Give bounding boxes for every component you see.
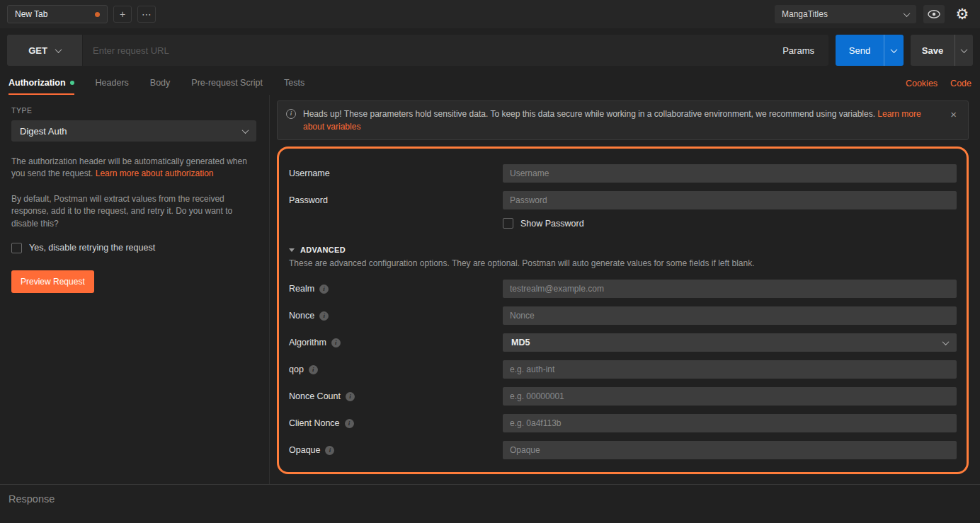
topbar: New Tab + ⋯ MangaTitles ⚙ [0,0,980,28]
password-input[interactable] [503,191,957,209]
opaque-label: Opaque i [289,445,503,455]
advanced-section-toggle[interactable]: ADVANCED [289,246,957,254]
tab-tests[interactable]: Tests [284,72,304,95]
chevron-down-icon [904,10,911,17]
chevron-down-icon [961,46,968,53]
cookies-link[interactable]: Cookies [906,79,938,88]
url-field-wrap: Params [83,35,828,66]
password-row: Password [289,191,957,209]
sensitive-data-banner: i Heads up! These parameters hold sensit… [277,100,969,140]
disable-retry-row: Yes, disable retrying the request [11,243,256,253]
realm-row: Realm i [289,280,957,298]
algorithm-label: Algorithm i [289,338,503,347]
params-button[interactable]: Params [768,35,828,66]
info-icon[interactable]: i [325,446,334,455]
gear-icon: ⚙ [956,6,969,23]
method-value: GET [28,45,47,56]
nonce-count-input[interactable] [503,387,957,406]
chevron-down-icon [55,46,62,53]
collapse-triangle-icon [289,248,295,252]
save-button[interactable]: Save [911,35,955,66]
send-options-button[interactable] [884,35,904,66]
chevron-down-icon [942,338,950,345]
tab-options-button[interactable]: ⋯ [137,6,156,23]
preview-request-button[interactable]: Preview Request [11,270,94,293]
request-section-tabs: Authorization Headers Body Pre-request S… [0,72,980,95]
retry-description: By default, Postman will extract values … [11,193,256,230]
algorithm-select[interactable]: MD5 [503,333,957,352]
show-password-row: Show Password [289,218,957,229]
new-tab-button[interactable]: + [113,6,132,23]
eye-icon [928,10,940,18]
url-input[interactable] [83,45,768,56]
type-label: TYPE [11,106,256,115]
save-button-group: Save [911,35,973,66]
username-row: Username [289,164,957,183]
algorithm-row: Algorithm i MD5 [289,333,957,352]
username-input[interactable] [503,164,957,183]
unsaved-dot-icon [95,12,100,17]
client-nonce-row: Client Nonce i [289,414,957,432]
disable-retry-checkbox[interactable] [11,243,22,253]
nonce-input[interactable] [503,306,957,325]
qop-label: qop i [289,364,503,374]
environment-name: MangaTitles [782,9,828,19]
qop-row: qop i [289,360,957,379]
disable-retry-label: Yes, disable retrying the request [29,243,155,253]
tab-body[interactable]: Body [150,72,171,95]
nonce-row: Nonce i [289,306,957,325]
environment-quick-look-button[interactable] [923,5,945,23]
algorithm-value: MD5 [511,338,530,347]
nonce-label: Nonce i [289,311,503,321]
tab-authorization[interactable]: Authorization [8,72,74,95]
info-icon[interactable]: i [319,285,329,294]
save-options-button[interactable] [955,35,973,66]
tab-pre-request-script[interactable]: Pre-request Script [191,72,263,95]
nonce-count-row: Nonce Count i [289,387,957,406]
tab-headers[interactable]: Headers [96,72,129,95]
request-bar: GET Params Send Save [0,28,980,72]
request-tab[interactable]: New Tab [7,5,108,23]
close-icon[interactable]: × [947,108,959,121]
settings-button[interactable]: ⚙ [952,4,973,24]
chevron-down-icon [891,46,898,53]
client-nonce-input[interactable] [503,414,957,432]
opaque-input[interactable] [503,441,957,459]
realm-label: Realm i [289,284,503,294]
auth-type-value: Digest Auth [20,126,67,137]
environment-select[interactable]: MangaTitles [775,5,916,23]
info-icon[interactable]: i [331,338,341,347]
username-label: Username [289,168,503,178]
nonce-count-label: Nonce Count i [289,391,503,401]
send-button-group: Send [836,35,904,66]
authorization-panel: TYPE Digest Auth The authorization heade… [0,95,980,484]
response-label: Response [8,493,55,505]
learn-more-authorization-link[interactable]: Learn more about authorization [96,168,214,178]
info-icon[interactable]: i [346,392,355,401]
auth-type-select[interactable]: Digest Auth [11,120,256,142]
qop-input[interactable] [503,360,957,379]
realm-input[interactable] [503,280,957,298]
digest-auth-form: Username Password Show Password [277,146,969,474]
info-icon[interactable]: i [309,365,318,374]
auth-details-panel: i Heads up! These parameters hold sensit… [270,95,980,484]
client-nonce-label: Client Nonce i [289,418,503,428]
show-password-label: Show Password [520,219,584,229]
response-section: Response [0,484,980,523]
chevron-down-icon [242,127,249,134]
show-password-checkbox[interactable] [503,218,513,229]
postman-window: New Tab + ⋯ MangaTitles ⚙ GET [0,0,980,523]
opaque-row: Opaque i [289,441,957,459]
banner-text: Heads up! These parameters hold sensitiv… [303,108,940,133]
advanced-description: These are advanced configuration options… [289,258,957,268]
auth-description: The authorization header will be automat… [11,156,256,180]
info-icon[interactable]: i [345,419,354,428]
auth-configured-dot-icon [70,81,74,85]
tabs-right-links: Cookies Code [906,72,972,95]
method-select[interactable]: GET [7,35,82,66]
info-icon[interactable]: i [319,311,329,321]
topbar-right: MangaTitles ⚙ [775,4,973,24]
info-icon: i [286,109,296,119]
send-button[interactable]: Send [836,35,884,66]
code-link[interactable]: Code [950,79,972,88]
